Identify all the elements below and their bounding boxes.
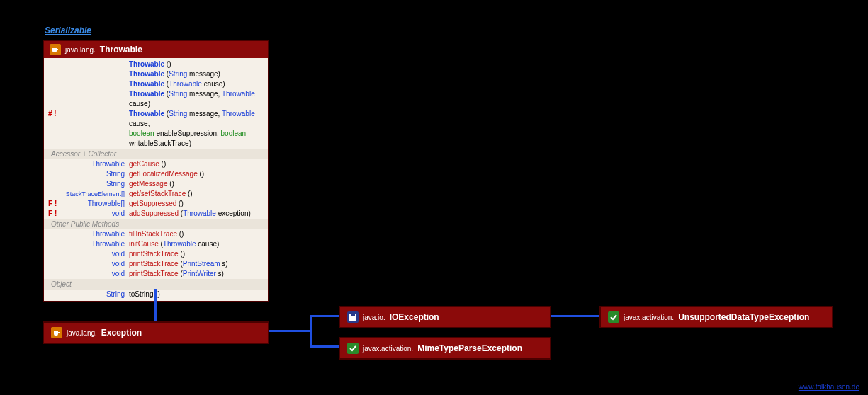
- class-throwable: java.lang.Throwable Throwable () Throwab…: [43, 40, 269, 302]
- method-row: F !Throwable[]getSuppressed (): [44, 199, 268, 209]
- ctor-row: Throwable (): [44, 59, 268, 69]
- cup-icon: [50, 44, 61, 55]
- method-row: ThrowableinitCause (Throwable cause): [44, 239, 268, 249]
- section-other: Other Public Methods: [44, 219, 268, 229]
- section-accessor: Accessor + Collector: [44, 149, 268, 159]
- class-name: MimeTypeParseException: [417, 343, 522, 353]
- method-row: ThrowablegetCause (): [44, 159, 268, 169]
- class-exception: java.lang.Exception: [43, 321, 269, 344]
- connector: [269, 330, 312, 332]
- pkg-label: javax.activation.: [624, 314, 674, 321]
- connector: [310, 315, 312, 347]
- connector: [154, 289, 157, 321]
- class-name: IOException: [390, 312, 439, 322]
- method-row: voidprintStackTrace (): [44, 249, 268, 259]
- ctor-row: Throwable (Throwable cause): [44, 79, 268, 89]
- check-icon: [608, 311, 619, 323]
- interface-serializable: Serializable: [45, 25, 91, 35]
- pkg-label: java.lang.: [65, 46, 96, 54]
- method-row: ThrowablefillInStackTrace (): [44, 229, 268, 239]
- method-row: F !voidaddSuppressed (Throwable exceptio…: [44, 209, 268, 219]
- method-row: voidprintStackTrace (PrintWriter s): [44, 269, 268, 279]
- connector: [310, 345, 339, 348]
- method-row: StringgetMessage (): [44, 179, 268, 189]
- class-unsupported: javax.activation.UnsupportedDataTypeExce…: [599, 306, 833, 328]
- section-object: Object: [44, 279, 268, 290]
- disk-icon: [347, 311, 359, 323]
- class-ioexception: java.io.IOException: [339, 306, 551, 328]
- method-row: StringgetLocalizedMessage (): [44, 169, 268, 179]
- ctor-row-cont: boolean enableSuppression, boolean writa…: [44, 129, 268, 149]
- connector: [310, 315, 339, 317]
- ctor-row: Throwable (String message): [44, 69, 268, 79]
- class-header-throwable: java.lang.Throwable: [44, 41, 268, 58]
- footer-link[interactable]: www.falkhausen.de: [799, 383, 859, 391]
- pkg-label: java.io.: [363, 314, 385, 321]
- class-name: Exception: [101, 328, 142, 338]
- members: Throwable () Throwable (String message) …: [44, 58, 268, 301]
- cup-icon: [51, 327, 62, 338]
- class-name: Throwable: [100, 45, 142, 55]
- connector: [551, 315, 599, 317]
- pkg-label: javax.activation.: [363, 345, 413, 353]
- method-row: StackTraceElement[]get/setStackTrace (): [44, 189, 268, 199]
- check-icon: [347, 343, 359, 354]
- method-row: voidprintStackTrace (PrintStream s): [44, 259, 268, 269]
- class-mimetype: javax.activation.MimeTypeParseException: [339, 337, 551, 360]
- pkg-label: java.lang.: [67, 329, 97, 337]
- class-name: UnsupportedDataTypeException: [678, 312, 809, 322]
- svg-rect-1: [351, 314, 355, 316]
- ctor-row: Throwable (String message, Throwable cau…: [44, 89, 268, 109]
- ctor-row: # !Throwable (String message, Throwable …: [44, 109, 268, 129]
